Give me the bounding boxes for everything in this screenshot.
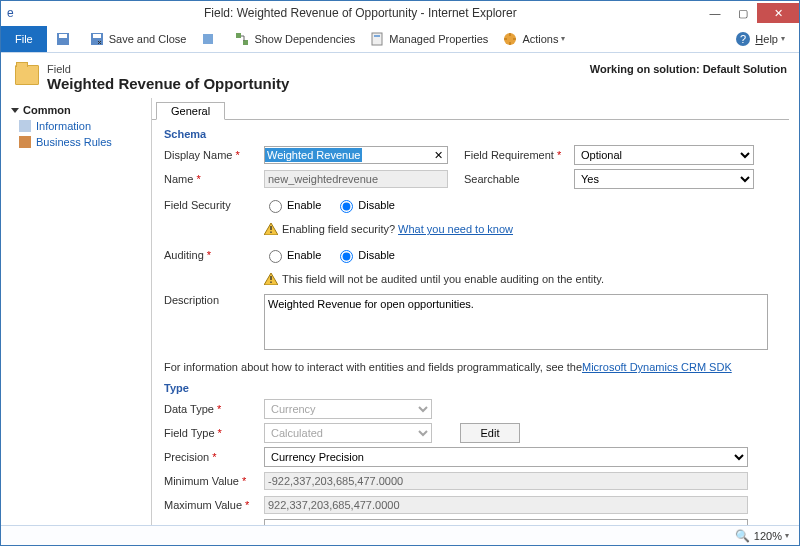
auditing-disable[interactable] bbox=[340, 250, 353, 263]
generic-icon bbox=[200, 31, 216, 47]
svg-rect-8 bbox=[374, 35, 380, 37]
page-header: Field Weighted Revenue of Opportunity Wo… bbox=[11, 59, 789, 98]
save-icon bbox=[55, 31, 71, 47]
display-name-label: Display Name bbox=[164, 149, 264, 161]
help-label-2: elp bbox=[763, 33, 778, 45]
auditing-hint-text: This field will not be audited until you… bbox=[282, 273, 604, 285]
magnifier-icon: 🔍 bbox=[735, 529, 750, 543]
edit-button[interactable]: Edit bbox=[460, 423, 520, 443]
svg-rect-14 bbox=[270, 226, 271, 230]
actions-menu[interactable]: Actions▾ bbox=[502, 26, 565, 52]
security-hint-link[interactable]: What you need to know bbox=[398, 223, 513, 235]
auditing-enable[interactable] bbox=[269, 250, 282, 263]
tab-general[interactable]: General bbox=[156, 102, 225, 120]
window-title: Field: Weighted Revenue of Opportunity -… bbox=[20, 6, 701, 20]
field-security-label: Field Security bbox=[164, 199, 264, 211]
nav-group-label: Common bbox=[23, 104, 71, 116]
nav-rules-label: Business Rules bbox=[36, 136, 112, 148]
svg-rect-7 bbox=[372, 33, 382, 45]
field-security-enable[interactable] bbox=[269, 200, 282, 213]
save-close-label: Save and Close bbox=[109, 33, 187, 45]
toolbar-button[interactable] bbox=[200, 26, 220, 52]
schema-section: Schema bbox=[164, 128, 777, 140]
searchable-label: Searchable bbox=[464, 173, 574, 185]
disable-label: Disable bbox=[358, 199, 395, 211]
svg-rect-4 bbox=[203, 34, 213, 44]
description-label: Description bbox=[164, 294, 264, 306]
auditing-label: Auditing bbox=[164, 249, 264, 261]
info-icon bbox=[19, 120, 31, 132]
close-button[interactable]: ✕ bbox=[757, 3, 799, 23]
min-value-label: Minimum Value bbox=[164, 475, 264, 487]
page-title: Weighted Revenue of Opportunity bbox=[47, 75, 289, 92]
chevron-down-icon: ▾ bbox=[785, 531, 789, 540]
svg-rect-3 bbox=[93, 34, 101, 38]
nav-business-rules[interactable]: Business Rules bbox=[11, 134, 147, 150]
zoom-value: 120% bbox=[754, 530, 782, 542]
help-menu[interactable]: ? Help▾ bbox=[735, 26, 785, 52]
show-dependencies-button[interactable]: Show Dependencies bbox=[234, 26, 355, 52]
nav-information[interactable]: Information bbox=[11, 118, 147, 134]
min-value-input bbox=[264, 472, 748, 490]
show-deps-label: Show Dependencies bbox=[254, 33, 355, 45]
ribbon: File Save and Close Show Dependencies Ma… bbox=[1, 25, 799, 53]
security-hint-text: Enabling field security? bbox=[282, 223, 395, 235]
enable-label2: Enable bbox=[287, 249, 321, 261]
content: Field Weighted Revenue of Opportunity Wo… bbox=[1, 53, 799, 525]
enable-label: Enable bbox=[287, 199, 321, 211]
name-input bbox=[264, 170, 448, 188]
nav-group-common[interactable]: Common bbox=[11, 102, 147, 118]
field-requirement-select[interactable]: Optional bbox=[574, 145, 754, 165]
precision-select[interactable]: Currency Precision bbox=[264, 447, 748, 467]
display-name-value: Weighted Revenue bbox=[265, 148, 362, 162]
svg-rect-16 bbox=[270, 276, 271, 280]
ie-icon: e bbox=[7, 6, 14, 20]
field-type-label: Field Type bbox=[164, 427, 264, 439]
display-name-input[interactable]: Weighted Revenue ✕ bbox=[264, 146, 448, 164]
clear-input-icon[interactable]: ✕ bbox=[430, 149, 447, 162]
zoom-control[interactable]: 🔍 120% ▾ bbox=[735, 529, 789, 543]
svg-rect-12 bbox=[19, 120, 31, 132]
managed-props-label: Managed Properties bbox=[389, 33, 488, 45]
dependencies-icon bbox=[234, 31, 250, 47]
data-type-label: Data Type bbox=[164, 403, 264, 415]
searchable-select[interactable]: Yes bbox=[574, 169, 754, 189]
collapse-icon bbox=[11, 108, 19, 113]
rules-icon bbox=[19, 136, 31, 148]
warning-icon bbox=[264, 273, 278, 285]
maximize-button[interactable]: ▢ bbox=[729, 3, 757, 23]
sdk-hint-text: For information about how to interact wi… bbox=[164, 361, 582, 373]
svg-text:?: ? bbox=[740, 33, 746, 45]
svg-rect-5 bbox=[236, 33, 241, 38]
description-input[interactable]: Weighted Revenue for open opportunities. bbox=[264, 294, 768, 350]
field-icon bbox=[15, 65, 39, 85]
minimize-button[interactable]: — bbox=[701, 3, 729, 23]
name-label: Name bbox=[164, 173, 264, 185]
sdk-link[interactable]: Microsoft Dynamics CRM SDK bbox=[582, 361, 732, 373]
warning-icon bbox=[264, 223, 278, 235]
save-button[interactable] bbox=[55, 26, 75, 52]
save-and-close-button[interactable]: Save and Close bbox=[89, 26, 187, 52]
svg-rect-13 bbox=[19, 136, 31, 148]
nav-info-label: Information bbox=[36, 120, 91, 132]
field-security-disable[interactable] bbox=[340, 200, 353, 213]
svg-rect-15 bbox=[270, 232, 271, 233]
svg-rect-17 bbox=[270, 282, 271, 283]
managed-properties-button[interactable]: Managed Properties bbox=[369, 26, 488, 52]
solution-label: Working on solution: Default Solution bbox=[590, 63, 787, 75]
help-label: H bbox=[755, 33, 763, 45]
svg-rect-1 bbox=[59, 34, 67, 38]
file-menu[interactable]: File bbox=[1, 26, 47, 52]
chevron-down-icon: ▾ bbox=[781, 34, 785, 43]
chevron-down-icon: ▾ bbox=[561, 34, 565, 43]
properties-icon bbox=[369, 31, 385, 47]
tab-bar: General bbox=[152, 98, 789, 120]
max-value-label: Maximum Value bbox=[164, 499, 264, 511]
save-close-icon bbox=[89, 31, 105, 47]
body: Common Information Business Rules Genera… bbox=[11, 98, 789, 525]
actions-label: Actions bbox=[522, 33, 558, 45]
main-panel: General Schema Display Name Weighted Rev… bbox=[151, 98, 789, 525]
precision-label: Precision bbox=[164, 451, 264, 463]
form: Schema Display Name Weighted Revenue ✕ F… bbox=[152, 120, 789, 525]
header-kicker: Field bbox=[47, 63, 289, 75]
